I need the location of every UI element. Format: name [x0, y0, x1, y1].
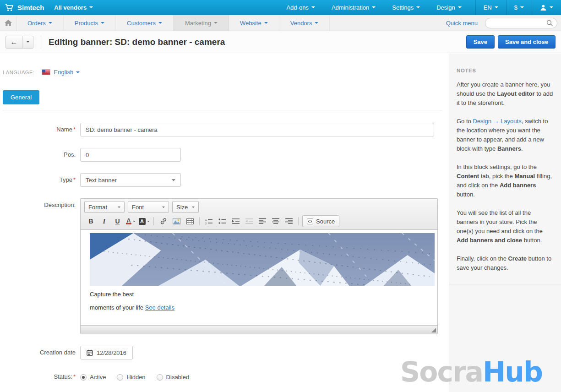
font-dropdown[interactable]: Font	[128, 201, 169, 213]
vendor-selector[interactable]: All vendors	[54, 4, 93, 11]
notes-paragraph: Finally, click on the Create button to s…	[457, 254, 554, 272]
bold-icon[interactable]: B	[84, 215, 98, 227]
quick-menu-link[interactable]: Quick menu	[446, 20, 478, 27]
creation-date-label: Creation date	[0, 346, 80, 356]
notes-paragraph: After you create a banner here, you shou…	[457, 80, 554, 108]
notes-link[interactable]: Design → Layouts	[473, 118, 521, 125]
type-label: Type*	[0, 173, 80, 183]
topbar-menus: Add-ons Administration Settings Design	[286, 4, 461, 11]
brand-name[interactable]: Simtech	[17, 4, 44, 11]
indent-icon[interactable]	[229, 215, 242, 227]
cart-logo-icon	[5, 4, 14, 11]
image-icon[interactable]	[170, 215, 183, 227]
table-icon[interactable]	[183, 215, 196, 227]
type-select[interactable]: Text banner	[80, 173, 181, 187]
caret-down-icon	[76, 71, 80, 73]
status-radio-hidden[interactable]: Hidden	[117, 374, 145, 381]
caret-down-icon	[214, 22, 218, 24]
notes-paragraph: In this block settings, go to the Conten…	[457, 163, 554, 199]
required-marker: *	[73, 126, 76, 133]
nav-item-orders[interactable]: Orders	[16, 15, 64, 31]
caret-down-icon	[458, 6, 462, 8]
banner-text-line2[interactable]: moments of your life See details	[90, 303, 435, 312]
language-switcher[interactable]: EN	[475, 0, 506, 15]
menu-administration[interactable]: Administration	[332, 4, 376, 11]
save-and-close-button[interactable]: Save and close	[498, 35, 556, 49]
editor-content-area[interactable]: Capture the best moments of your life Se…	[81, 230, 437, 325]
user-menu[interactable]	[532, 0, 561, 15]
caret-down-icon	[264, 22, 268, 24]
notes-bold-text: Content	[457, 173, 479, 180]
wysiwyg-editor: Format Font Size B I U A A	[80, 198, 438, 334]
name-input[interactable]	[80, 123, 434, 136]
align-left-icon[interactable]	[256, 215, 269, 227]
language-bar: LANGUAGE: English	[0, 69, 449, 76]
back-button[interactable]: ←	[5, 36, 22, 49]
tabs-separator	[3, 110, 442, 110]
see-details-link[interactable]: See details	[145, 304, 174, 311]
underline-icon[interactable]: U	[111, 215, 124, 227]
status-radio-active[interactable]: Active	[80, 374, 106, 381]
caret-down-icon	[495, 6, 498, 8]
notes-paragraph: You will see the list of all the banners…	[457, 208, 554, 245]
position-input[interactable]	[80, 148, 181, 162]
nav-item-customers[interactable]: Customers	[116, 15, 174, 31]
notes-bold-text: Add banners and close	[457, 237, 522, 244]
main-content: LANGUAGE: English General Name* Pos. Typ…	[0, 54, 449, 392]
menu-design[interactable]: Design	[436, 4, 461, 11]
outdent-icon[interactable]	[242, 215, 256, 227]
size-dropdown[interactable]: Size	[172, 201, 199, 213]
topbar-utils: EN $	[475, 0, 561, 15]
banner-image[interactable]	[90, 233, 435, 286]
status-radio-group: ActiveHiddenDisabled	[80, 371, 200, 381]
back-history-dropdown[interactable]	[22, 36, 33, 49]
align-center-icon[interactable]	[269, 215, 282, 227]
creation-date-row: Creation date 12/28/2016	[0, 346, 449, 359]
notes-bold-text: Create	[508, 255, 526, 262]
nav-item-website[interactable]: Website	[229, 15, 279, 31]
nav-item-products[interactable]: Products	[64, 15, 116, 31]
search-icon[interactable]	[546, 20, 553, 27]
language-label: LANGUAGE:	[3, 70, 35, 75]
currency-switcher[interactable]: $	[506, 0, 532, 15]
page-title: Editing banner: SD: demo banner - camera	[49, 37, 225, 47]
notes-bold-text: Add banners	[500, 182, 536, 189]
nav-item-vendors[interactable]: Vendors	[279, 15, 330, 31]
status-radio-disabled[interactable]: Disabled	[157, 374, 190, 381]
banner-form: Name* Pos. Type* Text banner Description…	[0, 123, 449, 381]
arrow-left-icon: ←	[11, 38, 18, 46]
notes-paragraph: Go to Design → Layouts, switch to the lo…	[457, 117, 554, 153]
menu-settings[interactable]: Settings	[392, 4, 420, 11]
notes-bold-text: Manual	[514, 173, 535, 180]
menu-addons[interactable]: Add-ons	[286, 4, 315, 11]
source-button[interactable]: Source	[302, 215, 339, 227]
name-row: Name*	[0, 123, 449, 136]
caret-down-icon	[158, 22, 162, 24]
nav-item-marketing[interactable]: Marketing	[174, 15, 229, 31]
creation-date-picker[interactable]: 12/28/2016	[80, 346, 133, 359]
search-input[interactable]	[490, 19, 546, 27]
status-row: Status:* ActiveHiddenDisabled	[0, 371, 449, 381]
link-icon[interactable]	[157, 215, 170, 227]
italic-icon[interactable]: I	[98, 215, 111, 227]
banner-text-line1[interactable]: Capture the best	[90, 290, 435, 299]
caret-down-icon	[315, 22, 318, 24]
text-color-icon[interactable]: A	[124, 215, 137, 227]
resize-handle-icon[interactable]	[431, 328, 436, 332]
description-row: Description: Format Font Size B I U A A	[0, 198, 449, 334]
notes-bold-text: Banners	[497, 145, 521, 152]
notes-title: NOTES	[457, 68, 554, 73]
save-button[interactable]: Save	[466, 35, 495, 49]
format-dropdown[interactable]: Format	[84, 201, 125, 213]
caret-down-icon	[172, 179, 175, 181]
svg-text:1: 1	[205, 218, 207, 221]
align-right-icon[interactable]	[282, 215, 295, 227]
bullet-list-icon[interactable]	[216, 215, 229, 227]
numbered-list-icon[interactable]: 12	[202, 215, 216, 227]
background-color-icon[interactable]: A	[137, 215, 151, 227]
admin-topbar: Simtech All vendors Add-ons Administrati…	[0, 0, 561, 15]
home-icon[interactable]	[0, 15, 16, 31]
content-language-selector[interactable]: English	[54, 69, 80, 76]
tab-general[interactable]: General	[3, 90, 39, 104]
notes-sidebar: NOTES After you create a banner here, yo…	[449, 54, 561, 392]
